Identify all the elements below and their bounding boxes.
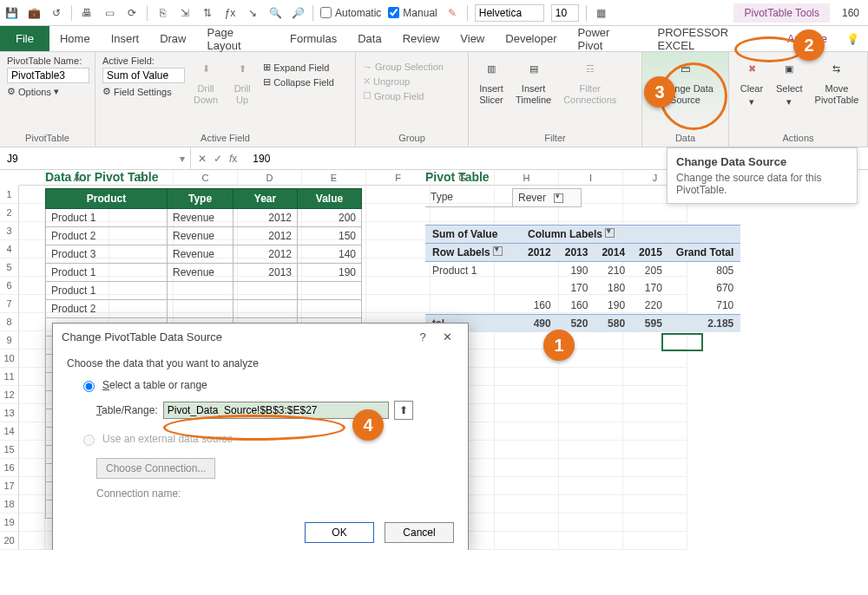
active-field-input[interactable] (102, 68, 185, 83)
group-selection-button: → Group Selection (363, 61, 461, 73)
change-data-source-dialog: Change PivotTable Data Source ? ✕ Choose… (52, 323, 469, 550)
move-pivottable-button[interactable]: ⇆Move PivotTable (812, 56, 863, 108)
insert-slicer-button[interactable]: ▥Insert Slicer (476, 56, 507, 108)
eraser-icon[interactable]: ✎ (444, 5, 460, 21)
tab-developer[interactable]: Developer (495, 26, 567, 51)
tab-power-pivot[interactable]: Power Pivot (568, 26, 648, 51)
tab-file[interactable]: File (0, 26, 49, 51)
radio-select-table[interactable]: SSelect a table or rangeelect a table or… (79, 378, 454, 392)
column-dropdown-icon[interactable] (605, 228, 615, 238)
radio-external-source: Use an external data source (79, 432, 454, 446)
font-size-input[interactable] (551, 4, 579, 22)
clear-button[interactable]: ✖Clear▾ (736, 56, 767, 109)
table-row[interactable]: Product 1Revenue2012200 (46, 209, 362, 227)
pivot-table[interactable]: Type Rever Sum of Value Column Labels Ro… (425, 188, 740, 332)
tab-professor-excel[interactable]: PROFESSOR EXCEL (647, 26, 776, 51)
callout-3: 3 (644, 76, 675, 108)
print-icon[interactable]: 🖶 (79, 5, 95, 21)
tab-view[interactable]: View (450, 26, 495, 51)
automatic-checkbox[interactable]: Automatic (320, 7, 381, 19)
table-row[interactable]: Product 2 (46, 300, 362, 318)
tab-insert[interactable]: Insert (101, 26, 150, 51)
options-button[interactable]: ⚙ Options ▾ (7, 85, 88, 98)
help-icon[interactable]: 💡 (838, 33, 868, 45)
source-header-value: Value (298, 189, 362, 209)
tab-formulas[interactable]: Formulas (279, 26, 347, 51)
row-dropdown-icon[interactable] (493, 246, 503, 256)
pivot-section-title: Pivot Table (425, 170, 490, 184)
expand-field-button[interactable]: ⊞ Expand Field (263, 61, 334, 74)
source-header-product: Product (46, 189, 168, 209)
pivot-row[interactable]: 170180170670 (425, 279, 740, 297)
pivot-row[interactable]: Product 1190210205805 (425, 262, 740, 280)
table-range-label: Table/Range: (96, 404, 158, 416)
ribbon-groups: PivotTable Name: ⚙ Options ▾ PivotTable … (0, 52, 868, 147)
enter-formula-icon[interactable]: ✓ (214, 153, 222, 165)
zoom-in-icon[interactable]: 🔍 (267, 5, 283, 21)
group-label-actions: Actions (736, 133, 860, 143)
range-picker-icon[interactable]: ⬆ (394, 401, 413, 420)
drill-down-button: ⬇Drill Down (190, 56, 221, 108)
group-label-active-field: Active Field (102, 133, 348, 143)
table-row[interactable]: Product 2Revenue2012150 (46, 227, 362, 245)
fx-icon[interactable]: ƒx (222, 5, 238, 21)
dialog-help-icon[interactable]: ? (411, 330, 435, 343)
callout-4: 4 (352, 409, 384, 441)
copy-icon[interactable]: ⎘ (155, 5, 170, 21)
pivot-row[interactable]: 160160190220710 (425, 297, 740, 315)
font-name-input[interactable] (475, 4, 544, 22)
pivot-filter-label: Type (425, 188, 512, 207)
manual-checkbox[interactable]: Manual (388, 7, 437, 19)
fx-button-icon[interactable]: fx (229, 153, 237, 165)
dialog-title: Change PivotTable Data Source (62, 330, 222, 343)
briefcase-icon[interactable]: 💼 (26, 5, 42, 21)
pivottable-name-input[interactable] (7, 68, 89, 83)
styles-icon[interactable]: ▦ (594, 5, 609, 21)
zoom-value: 160 (837, 7, 865, 19)
callout-2: 2 (793, 29, 825, 61)
choose-connection-button: Choose Connection... (96, 458, 215, 479)
table-row[interactable]: Product 3Revenue2012140 (46, 245, 362, 264)
pivottable-name-label: PivotTable Name: (7, 56, 88, 66)
group-label-group: Group (363, 133, 461, 143)
pivot-column-labels: Column Labels (528, 228, 602, 240)
worksheet-grid[interactable]: ABCDEFGHIJ 12345678910111213141516171819… (0, 170, 868, 550)
table-row[interactable]: Product 1Revenue2013190 (46, 264, 362, 282)
tab-page-layout[interactable]: Page Layout (197, 26, 280, 51)
save-icon[interactable]: 💾 (3, 5, 19, 21)
trace-icon[interactable]: ↘ (245, 5, 260, 21)
pivot-row-labels: Row Labels (432, 246, 490, 258)
filter-connections-button: ☶Filter Connections (560, 56, 620, 108)
ok-button[interactable]: OK (305, 522, 374, 543)
table-row[interactable]: Product 1 (46, 282, 362, 300)
connection-name-label: Connection name: (96, 487, 454, 500)
contextual-tab-label: PivotTable Tools (733, 3, 830, 23)
cancel-formula-icon[interactable]: ✕ (198, 153, 207, 165)
tab-review[interactable]: Review (392, 26, 450, 51)
tab-home[interactable]: Home (49, 26, 101, 51)
tab-draw[interactable]: Draw (149, 26, 196, 51)
quick-access-toolbar: 💾 💼 ↺ 🖶 ▭ ⟳ ⎘ ⇲ ⇅ ƒx ↘ 🔍 🔎 Automatic Man… (0, 0, 868, 26)
refresh-icon[interactable]: ⟳ (124, 5, 140, 21)
ungroup-button: ⤫ Ungroup (363, 75, 461, 88)
name-box[interactable] (5, 152, 180, 166)
new-icon[interactable]: ▭ (102, 5, 117, 21)
close-icon[interactable]: ✕ (435, 330, 459, 343)
link-icon[interactable]: ⇲ (177, 5, 193, 21)
pivot-grand-total-row: tal 4905205805952.185 (425, 315, 740, 333)
group-label-pivottable: PivotTable (7, 133, 88, 143)
cancel-button[interactable]: Cancel (385, 522, 454, 543)
sort-icon[interactable]: ⇅ (200, 5, 215, 21)
group-label-filter: Filter (476, 133, 635, 143)
field-settings-button[interactable]: ⚙ Field Settings (102, 85, 185, 98)
collapse-field-button[interactable]: ⊟ Collapse Field (263, 75, 334, 88)
drill-up-button: ⬆Drill Up (227, 56, 258, 108)
tab-data[interactable]: Data (347, 26, 391, 51)
insert-timeline-button[interactable]: ▤Insert Timeline (512, 56, 555, 108)
group-field-button: ☐ Group Field (363, 89, 461, 102)
select-button[interactable]: ▣Select▾ (773, 56, 806, 109)
undo-icon[interactable]: ↺ (49, 5, 64, 21)
pivot-filter-value[interactable]: Rever (512, 188, 582, 207)
filter-dropdown-icon[interactable] (554, 193, 563, 203)
zoom-out-icon[interactable]: 🔎 (290, 5, 306, 21)
